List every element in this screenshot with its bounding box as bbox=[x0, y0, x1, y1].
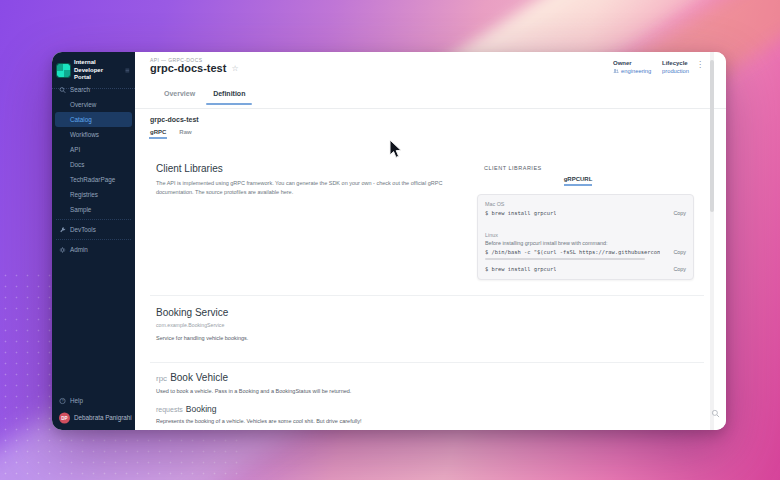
owner-meta: Owner engineering bbox=[613, 60, 651, 74]
zoom-widget-icon[interactable] bbox=[711, 409, 720, 418]
horizontal-scrollbar[interactable] bbox=[485, 258, 645, 260]
sidebar-nav: Search Overview Catalog Workflows API Do… bbox=[52, 82, 135, 257]
copy-button[interactable]: Copy bbox=[673, 210, 686, 216]
sidebar-collapse-icon[interactable] bbox=[125, 67, 130, 74]
rpc-book-vehicle-heading: rpcBook Vehicle bbox=[156, 372, 228, 383]
subtab-raw[interactable]: Raw bbox=[179, 129, 191, 139]
page-title: grpc-docs-test bbox=[150, 62, 226, 74]
sidebar-item-devtools[interactable]: DevTools bbox=[52, 222, 135, 237]
linux-note: Before installing grpcurl install brew w… bbox=[485, 240, 686, 246]
sidebar-item-label: Catalog bbox=[70, 116, 92, 123]
rpc-description: Used to book a vehicle. Pass in a Bookin… bbox=[156, 388, 351, 394]
sidebar-item-label: Docs bbox=[70, 161, 84, 168]
booking-service-heading: Booking Service bbox=[156, 307, 228, 318]
requests-description: Represents the booking of a vehicle. Veh… bbox=[156, 418, 361, 424]
sidebar-item-help[interactable]: ? Help bbox=[52, 393, 135, 408]
app-logo-title: Internal Developer Portal bbox=[74, 59, 121, 82]
os-label-macos: Mac OS bbox=[485, 201, 686, 207]
favorite-star-icon[interactable]: ☆ bbox=[231, 64, 238, 73]
command-text: $ brew install grpcurl bbox=[485, 266, 556, 272]
command-text: $ brew install grpcurl bbox=[485, 210, 556, 216]
grpcurl-tab[interactable]: gRPCURL bbox=[556, 176, 600, 186]
wrench-icon bbox=[59, 226, 66, 233]
sidebar-item-label: Registries bbox=[70, 191, 98, 198]
sidebar-divider bbox=[56, 239, 131, 240]
requests-name: Booking bbox=[186, 404, 217, 414]
sidebar-item-label: API bbox=[70, 146, 80, 153]
desktop-background: Internal Developer Portal Search Overvie… bbox=[0, 0, 780, 480]
tabs-divider bbox=[135, 108, 726, 109]
app-logo-icon bbox=[57, 64, 70, 77]
sidebar-item-label: Search bbox=[70, 86, 90, 93]
rpc-kind-label: rpc bbox=[156, 374, 167, 383]
sidebar-item-workflows[interactable]: Workflows bbox=[52, 127, 135, 142]
owner-link[interactable]: engineering bbox=[613, 68, 651, 74]
subtab-grpc[interactable]: gRPC bbox=[150, 129, 166, 139]
sidebar-item-label: Overview bbox=[70, 101, 96, 108]
sidebar-item-label: TechRadarPage bbox=[70, 176, 115, 183]
sidebar-item-admin[interactable]: Admin bbox=[52, 242, 135, 257]
entity-tabs: Overview Definition bbox=[155, 86, 254, 105]
owner-label: Owner bbox=[613, 60, 651, 66]
client-libraries-panel-caption: CLIENT LIBRARIES bbox=[484, 165, 542, 171]
sidebar-item-label: Workflows bbox=[70, 131, 99, 138]
sidebar: Internal Developer Portal Search Overvie… bbox=[52, 52, 135, 430]
client-libraries-description: The API is implemented using gRPC framew… bbox=[156, 179, 470, 196]
lifecycle-value-text: production bbox=[662, 68, 689, 74]
sidebar-item-overview[interactable]: Overview bbox=[52, 97, 135, 112]
section-divider bbox=[150, 362, 704, 363]
os-label-linux: Linux bbox=[485, 232, 686, 238]
rpc-name: Book Vehicle bbox=[170, 372, 228, 383]
command-text: $ /bin/bash -c "$(curl -fsSL https://raw… bbox=[485, 249, 660, 255]
sidebar-item-registries[interactable]: Registries bbox=[52, 187, 135, 202]
sidebar-item-api[interactable]: API bbox=[52, 142, 135, 157]
gear-icon bbox=[59, 246, 66, 253]
sidebar-item-label: Sample bbox=[70, 206, 91, 213]
svg-text:?: ? bbox=[61, 399, 63, 403]
sidebar-item-catalog[interactable]: Catalog bbox=[55, 112, 132, 127]
sidebar-item-label: Help bbox=[70, 397, 83, 404]
client-libraries-heading: Client Libraries bbox=[156, 163, 223, 174]
help-icon: ? bbox=[59, 397, 66, 404]
sidebar-item-label: Admin bbox=[70, 246, 88, 253]
tab-definition[interactable]: Definition bbox=[204, 86, 254, 105]
owner-value: engineering bbox=[621, 68, 651, 74]
sidebar-item-label: DevTools bbox=[70, 226, 96, 233]
main-content: API — GRPC-DOCS grpc-docs-test ☆ Owner e… bbox=[135, 52, 726, 430]
sidebar-item-techradarpage[interactable]: TechRadarPage bbox=[52, 172, 135, 187]
title-row: grpc-docs-test ☆ bbox=[150, 62, 239, 74]
copy-button[interactable]: Copy bbox=[673, 266, 686, 272]
command-row: $ brew install grpcurl Copy bbox=[485, 266, 686, 272]
requests-kind-label: requests bbox=[156, 406, 183, 413]
copy-button[interactable]: Copy bbox=[673, 249, 686, 255]
lifecycle-value[interactable]: production bbox=[662, 68, 689, 74]
booking-service-description: Service for handling vehicle bookings. bbox=[156, 335, 248, 341]
sidebar-item-docs[interactable]: Docs bbox=[52, 157, 135, 172]
app-window: Internal Developer Portal Search Overvie… bbox=[52, 52, 726, 430]
command-row: $ brew install grpcurl Copy bbox=[485, 210, 686, 216]
vertical-scrollbar-thumb[interactable] bbox=[710, 60, 714, 212]
lifecycle-meta: Lifecycle production bbox=[662, 60, 689, 74]
user-name: Debabrata Panigrahi bbox=[74, 414, 132, 421]
command-row: $ /bin/bash -c "$(curl -fsSL https://raw… bbox=[485, 249, 686, 255]
tab-overview[interactable]: Overview bbox=[155, 86, 204, 105]
install-commands-box: Mac OS $ brew install grpcurl Copy Linux… bbox=[477, 194, 694, 280]
booking-service-fqn: com.example.BookingService bbox=[156, 322, 224, 328]
user-avatar: DP bbox=[59, 412, 70, 423]
definition-subtabs: gRPC Raw bbox=[150, 129, 192, 139]
search-icon bbox=[59, 86, 66, 93]
definition-card-title: grpc-docs-test bbox=[150, 116, 199, 123]
mouse-cursor bbox=[388, 139, 402, 160]
requests-booking-heading: requestsBooking bbox=[156, 404, 217, 414]
sidebar-user[interactable]: DP Debabrata Panigrahi bbox=[52, 410, 135, 425]
sidebar-item-search[interactable]: Search bbox=[52, 82, 135, 97]
group-icon bbox=[613, 68, 619, 74]
sidebar-item-sample[interactable]: Sample bbox=[52, 202, 135, 217]
sidebar-divider bbox=[56, 219, 131, 220]
section-divider bbox=[150, 295, 704, 296]
lifecycle-label: Lifecycle bbox=[662, 60, 689, 66]
more-options-icon[interactable]: ⋮ bbox=[696, 60, 704, 69]
